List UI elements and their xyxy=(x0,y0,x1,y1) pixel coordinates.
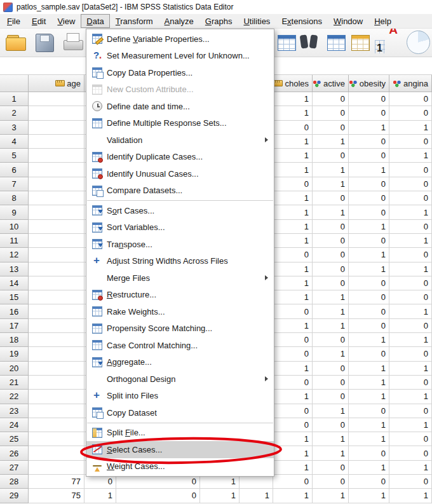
data-cell[interactable]: 1 xyxy=(389,333,432,347)
data-cell[interactable]: 0 xyxy=(349,347,389,361)
data-cell[interactable]: 1 xyxy=(273,92,313,106)
data-cell[interactable]: 1 xyxy=(313,163,349,177)
data-cell[interactable]: 0 xyxy=(313,333,349,347)
data-cell[interactable]: 0 xyxy=(349,135,389,149)
data-cell[interactable]: 0 xyxy=(313,234,349,248)
data-cell[interactable]: 1 xyxy=(313,432,349,446)
open-data-button[interactable] xyxy=(5,31,28,55)
data-cell[interactable]: 0 xyxy=(349,234,389,248)
data-cell[interactable]: 1 xyxy=(273,276,313,290)
menu-item-weight-cases[interactable]: Weight Cases... xyxy=(86,458,274,475)
data-cell[interactable]: 0 xyxy=(313,461,349,475)
data-cell[interactable]: 1 xyxy=(313,404,349,418)
data-cell[interactable]: 1 xyxy=(273,135,313,149)
data-cell[interactable] xyxy=(29,333,84,347)
data-cell[interactable]: 0 xyxy=(313,106,349,120)
row-number[interactable]: 3 xyxy=(0,121,29,135)
row-number[interactable]: 1 xyxy=(0,92,29,106)
menu-item-case-control-matching[interactable]: Case Control Matching... xyxy=(86,337,274,354)
menu-item-identify-unusual-cases[interactable]: Identify Unusual Cases... xyxy=(86,165,274,182)
data-cell[interactable]: 0 xyxy=(116,489,200,503)
data-cell[interactable]: 0 xyxy=(349,177,389,191)
data-cell[interactable]: 0 xyxy=(389,106,432,120)
value-labels-button[interactable] xyxy=(374,31,396,55)
data-cell[interactable]: 1 xyxy=(273,461,313,475)
data-cell[interactable]: 0 xyxy=(273,177,313,191)
data-cell[interactable]: 0 xyxy=(389,276,432,290)
data-cell[interactable]: 0 xyxy=(349,191,389,205)
row-number[interactable]: 23 xyxy=(0,404,29,418)
data-cell[interactable]: 1 xyxy=(313,304,349,318)
data-cell[interactable]: 1 xyxy=(349,262,389,276)
data-cell[interactable]: 1 xyxy=(273,205,313,219)
row-number[interactable]: 29 xyxy=(0,489,29,503)
row-number[interactable]: 6 xyxy=(0,163,29,177)
data-cell[interactable]: 1 xyxy=(313,135,349,149)
data-cell[interactable] xyxy=(29,234,84,248)
data-cell[interactable]: 1 xyxy=(349,362,389,376)
data-cell[interactable] xyxy=(29,92,84,106)
data-cell[interactable]: 0 xyxy=(273,304,313,318)
data-cell[interactable] xyxy=(29,106,84,120)
menu-extensions[interactable]: Extensions xyxy=(276,14,328,28)
menu-item-compare-datasets[interactable]: Compare Datasets... xyxy=(86,182,274,200)
menu-item-identify-duplicate-cases[interactable]: Identify Duplicate Cases... xyxy=(86,149,274,166)
data-cell[interactable]: 0 xyxy=(273,418,313,432)
data-cell[interactable] xyxy=(29,262,84,276)
row-number[interactable]: 20 xyxy=(0,362,29,376)
data-cell[interactable]: 1 xyxy=(389,362,432,376)
row-number[interactable]: 13 xyxy=(0,262,29,276)
menu-graphs[interactable]: Graphs xyxy=(199,14,238,28)
data-cell[interactable]: 1 xyxy=(313,446,349,460)
data-cell[interactable]: 0 xyxy=(273,333,313,347)
menu-item-define-variable-properties[interactable]: Define Variable Properties... xyxy=(86,31,274,48)
menu-item-adjust-string-widths-across-files[interactable]: Adjust String Widths Across Files xyxy=(86,253,274,270)
data-cell[interactable] xyxy=(29,432,84,446)
menu-item-propensity-score-matching[interactable]: Propensity Score Matching... xyxy=(86,320,274,337)
data-cell[interactable]: 0 xyxy=(349,92,389,106)
menu-help[interactable]: Help xyxy=(368,14,397,28)
data-cell[interactable]: 0 xyxy=(313,276,349,290)
data-cell[interactable]: 1 xyxy=(313,319,349,333)
data-cell[interactable] xyxy=(29,248,84,262)
data-cell[interactable]: 1 xyxy=(313,290,349,304)
use-variable-sets-button[interactable] xyxy=(407,31,429,55)
row-number[interactable]: 10 xyxy=(0,220,29,234)
menu-data[interactable]: Data xyxy=(81,14,109,28)
data-cell[interactable]: 0 xyxy=(389,135,432,149)
data-cell[interactable]: 0 xyxy=(389,446,432,460)
row-number[interactable]: 18 xyxy=(0,333,29,347)
row-number[interactable]: 16 xyxy=(0,304,29,318)
data-cell[interactable]: 0 xyxy=(389,432,432,446)
data-cell[interactable]: 1 xyxy=(313,177,349,191)
data-cell[interactable]: 1 xyxy=(273,390,313,404)
data-cell[interactable]: 1 xyxy=(349,248,389,262)
data-cell[interactable]: 0 xyxy=(313,121,349,135)
data-cell[interactable] xyxy=(29,121,84,135)
data-cell[interactable]: 1 xyxy=(389,262,432,276)
data-cell[interactable]: 0 xyxy=(389,290,432,304)
row-number[interactable]: 25 xyxy=(0,432,29,446)
data-cell[interactable]: 0 xyxy=(116,475,200,489)
data-cell[interactable]: 1 xyxy=(349,390,389,404)
menu-analyze[interactable]: Analyze xyxy=(159,14,199,28)
data-cell[interactable]: 0 xyxy=(389,475,432,489)
data-cell[interactable]: 0 xyxy=(273,248,313,262)
data-cell[interactable]: 0 xyxy=(273,347,313,361)
column-header-obesity[interactable]: obesity xyxy=(349,75,389,92)
column-header-angina[interactable]: angina xyxy=(389,75,432,92)
data-cell[interactable] xyxy=(29,149,84,163)
row-number[interactable]: 17 xyxy=(0,319,29,333)
row-number[interactable]: 7 xyxy=(0,177,29,191)
menu-item-split-into-files[interactable]: Split into Files xyxy=(86,388,274,405)
column-header-active[interactable]: active xyxy=(313,75,349,92)
data-cell[interactable] xyxy=(29,362,84,376)
menu-item-rake-weights[interactable]: Rake Weights... xyxy=(86,303,274,320)
data-cell[interactable]: 1 xyxy=(273,262,313,276)
data-cell[interactable]: 1 xyxy=(389,149,432,163)
data-cell[interactable]: 0 xyxy=(389,319,432,333)
data-cell[interactable]: 1 xyxy=(273,234,313,248)
data-cell[interactable]: 0 xyxy=(349,304,389,318)
menu-transform[interactable]: Transform xyxy=(110,14,159,28)
data-cell[interactable]: 1 xyxy=(273,446,313,460)
